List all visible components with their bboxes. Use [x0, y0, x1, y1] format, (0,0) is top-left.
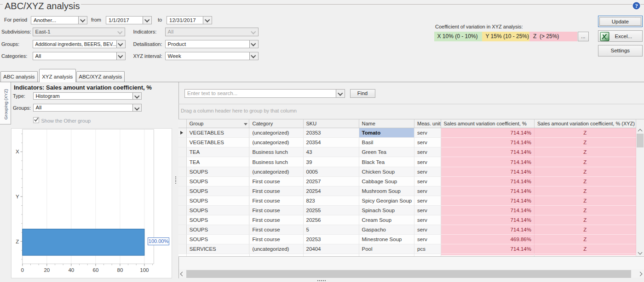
svg-text:20: 20: [44, 268, 50, 273]
svg-text:Z: Z: [16, 239, 19, 244]
svg-text:80: 80: [117, 268, 123, 273]
svg-text:0: 0: [21, 268, 24, 273]
svg-text:Y: Y: [16, 194, 19, 199]
svg-text:60: 60: [93, 268, 99, 273]
svg-text:40: 40: [69, 268, 75, 273]
svg-text:100: 100: [140, 268, 149, 273]
svg-text:X: X: [16, 149, 19, 155]
svg-text:?: ?: [635, 3, 638, 9]
